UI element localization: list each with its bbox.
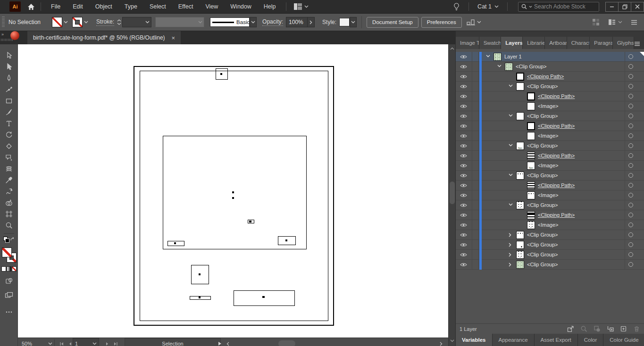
none-button[interactable]: [12, 266, 17, 272]
layer-thumbnail[interactable]: [493, 53, 502, 61]
graphic-style-swatch[interactable]: [339, 18, 350, 26]
panel-tab-asset-export[interactable]: Asset Export: [535, 334, 578, 346]
layer-thumbnail[interactable]: [527, 102, 535, 110]
layer-thumbnail[interactable]: [527, 92, 535, 100]
fill-stroke-indicator[interactable]: [1, 247, 17, 264]
visibility-eye-icon[interactable]: [460, 74, 467, 79]
panel-tab-artboar[interactable]: Artboar: [545, 37, 567, 49]
scroll-right-icon[interactable]: [440, 339, 443, 346]
direct-selection-tool[interactable]: [0, 61, 17, 73]
layer-label[interactable]: <Image>: [538, 101, 558, 111]
collect-for-export-icon[interactable]: [567, 325, 574, 332]
selection-tool[interactable]: [0, 50, 17, 61]
expand-down-icon[interactable]: [509, 84, 513, 87]
paintbrush-tool[interactable]: [0, 107, 17, 118]
profile-dropdown[interactable]: Cat 1: [477, 3, 499, 10]
layer-label[interactable]: <Clip Group>: [527, 141, 558, 151]
curvature-tool[interactable]: [0, 84, 17, 95]
eraser-tool[interactable]: [0, 140, 17, 152]
workspace-switcher-button[interactable]: [294, 3, 309, 10]
panel-tab-variables[interactable]: Variables: [456, 334, 493, 346]
layer-label[interactable]: <Clip Group>: [527, 260, 558, 270]
layer-label[interactable]: <Clipping Path>: [538, 210, 575, 220]
eyedropper-tool[interactable]: [0, 174, 17, 186]
layer-row-clip-group[interactable]: <Clip Group>: [456, 171, 644, 181]
menu-type[interactable]: Type: [120, 1, 142, 12]
draw-mode-button[interactable]: [0, 275, 17, 287]
layer-row-clip-group[interactable]: <Clip Group>: [456, 82, 644, 91]
control-panel-menu-icon[interactable]: [631, 20, 637, 25]
panel-tab-charact[interactable]: Charact: [567, 37, 590, 49]
layer-label[interactable]: Layer 1: [504, 52, 522, 62]
layer-row-image[interactable]: <Image>: [456, 220, 644, 230]
status-expand-icon[interactable]: [218, 338, 222, 346]
close-button[interactable]: [631, 2, 644, 12]
layer-label[interactable]: <Clipping Path>: [538, 181, 575, 190]
layer-target-circle[interactable]: [628, 114, 633, 118]
scroll-up-icon[interactable]: [449, 45, 456, 52]
opacity-panel-arrow-icon[interactable]: [308, 17, 315, 27]
expand-panels-icon[interactable]: »: [1, 32, 4, 37]
layer-row-clip-group[interactable]: <Clip Group>: [456, 260, 644, 270]
minimize-button[interactable]: [605, 2, 619, 12]
layer-target-circle[interactable]: [628, 183, 633, 188]
layer-target-circle[interactable]: [628, 163, 633, 168]
pen-tool[interactable]: [0, 73, 17, 84]
layer-thumbnail[interactable]: [516, 251, 524, 259]
layer-row-clipping-path[interactable]: <Clipping Path>: [456, 181, 644, 190]
layer-target-circle[interactable]: [628, 193, 633, 198]
rectangle-tool[interactable]: [0, 95, 17, 107]
layer-thumbnail[interactable]: [505, 63, 513, 71]
layer-thumbnail[interactable]: [527, 122, 535, 130]
rotate-tool[interactable]: [0, 129, 17, 140]
visibility-eye-icon[interactable]: [460, 173, 467, 178]
artboard-number-dropdown[interactable]: 1: [73, 338, 99, 346]
layer-target-circle[interactable]: [628, 124, 633, 128]
layer-target-circle[interactable]: [628, 262, 633, 267]
layer-label[interactable]: <Clip Group>: [527, 111, 558, 121]
visibility-eye-icon[interactable]: [460, 94, 467, 99]
visibility-eye-icon[interactable]: [460, 153, 467, 158]
layer-thumbnail[interactable]: Non: [527, 162, 535, 170]
first-artboard-icon[interactable]: [59, 342, 64, 346]
close-tab-icon[interactable]: ×: [172, 34, 176, 41]
panel-tab-layers[interactable]: Layers: [501, 37, 523, 49]
symbol-sprayer-tool[interactable]: [0, 186, 17, 197]
outline-rect[interactable]: [163, 136, 307, 249]
layer-row-image[interactable]: Non<Image>: [456, 161, 644, 171]
next-artboard-icon[interactable]: [106, 342, 109, 346]
panel-tab-image-t[interactable]: Image T: [456, 37, 479, 49]
vertical-scrollbar[interactable]: [448, 44, 455, 346]
outline-dot[interactable]: [262, 296, 265, 298]
layer-thumbnail[interactable]: [516, 73, 524, 81]
layer-label[interactable]: <Clipping Path>: [538, 121, 575, 131]
stroke-weight-label[interactable]: Stroke:: [96, 18, 114, 26]
layer-target-circle[interactable]: [628, 143, 633, 148]
shaper-tool[interactable]: [0, 152, 17, 163]
horizontal-scroll-thumb[interactable]: [278, 340, 295, 346]
outline-dot[interactable]: [285, 239, 287, 241]
restore-button[interactable]: [618, 2, 631, 12]
visibility-eye-icon[interactable]: [460, 193, 467, 198]
layer-label[interactable]: <Clip Group>: [516, 62, 546, 72]
search-input[interactable]: [534, 3, 607, 10]
layer-target-circle[interactable]: [628, 153, 633, 158]
layer-row-clip-group[interactable]: <Clip Group>: [456, 250, 644, 260]
menu-help[interactable]: Help: [259, 1, 280, 12]
layer-row-clipping-path[interactable]: <Clipping Path>: [456, 121, 644, 131]
panel-strip-menu-icon[interactable]: [634, 41, 640, 46]
zoom-level-dropdown[interactable]: 50%: [22, 338, 52, 346]
layer-label[interactable]: <Clip Group>: [527, 230, 558, 240]
touch-workspace-icon[interactable]: [592, 18, 600, 26]
layer-thumbnail[interactable]: [527, 152, 535, 160]
visibility-eye-icon[interactable]: [460, 163, 467, 168]
last-artboard-icon[interactable]: [114, 342, 118, 346]
layer-row-clipping-path[interactable]: <Clipping Path>: [456, 72, 644, 82]
layer-label[interactable]: <Clip Group>: [527, 171, 558, 181]
layer-row-clip-group[interactable]: <Clip Group>: [456, 62, 644, 72]
layer-target-circle[interactable]: [628, 64, 633, 69]
menu-object[interactable]: Object: [91, 1, 117, 12]
visibility-eye-icon[interactable]: [460, 84, 467, 89]
screen-mode-button[interactable]: [0, 289, 17, 301]
layer-row-image[interactable]: <Image>: [456, 101, 644, 111]
